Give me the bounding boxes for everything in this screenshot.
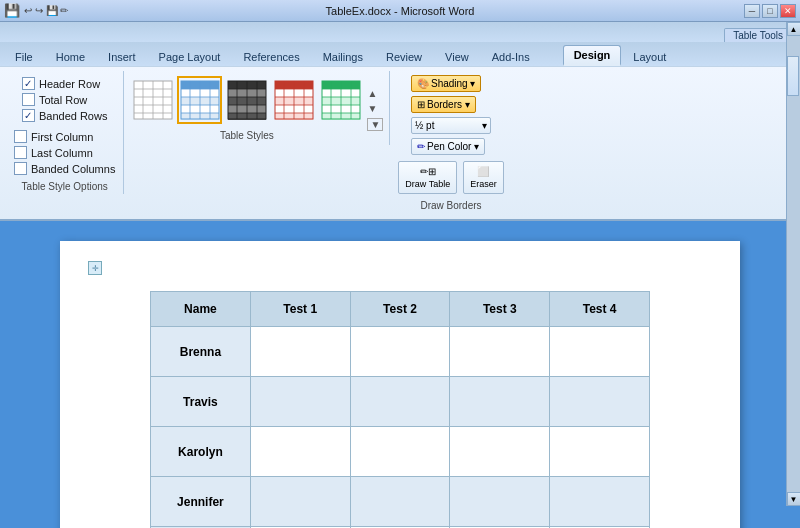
row2-test2[interactable] [350,377,450,427]
row4-test4[interactable] [550,477,650,527]
table-style-dark[interactable] [224,76,269,124]
banded-rows-checkbox-row[interactable]: ✓ Banded Rows [22,109,108,122]
table-style-options-group: ✓ Header Row Total Row ✓ Banded Rows [6,71,124,194]
total-row-checkbox-row[interactable]: Total Row [22,93,108,106]
row1-name[interactable]: Brenna [151,327,251,377]
col-header-test4[interactable]: Test 4 [550,292,650,327]
borders-button[interactable]: ⊞ Borders ▾ [411,96,476,113]
shading-button[interactable]: 🎨 Shading ▾ [411,75,481,92]
col-header-name[interactable]: Name [151,292,251,327]
pen-color-button[interactable]: ✏ Pen Color ▾ [411,138,485,155]
header-row-label: Header Row [39,78,100,90]
tab-page-layout[interactable]: Page Layout [148,47,232,66]
table-move-handle[interactable]: ✛ [88,261,102,275]
header-row-checkbox-row[interactable]: ✓ Header Row [22,77,108,90]
checkbox-group: ✓ Header Row Total Row ✓ Banded Rows [22,73,108,126]
title-bar-controls: ─ □ ✕ [744,4,796,18]
tab-bar: File Home Insert Page Layout References … [0,42,800,66]
group3-label: Draw Borders [420,198,481,211]
row3-test3[interactable] [450,427,550,477]
row4-test2[interactable] [350,477,450,527]
tab-view[interactable]: View [434,47,480,66]
maximize-button[interactable]: □ [762,4,778,18]
row2-test3[interactable] [450,377,550,427]
title-bar: 💾 ↩ ↪ 💾 ✏ TableEx.docx - Microsoft Word … [0,0,800,22]
draw-table-icon: ✏⊞ [420,166,436,177]
row1-test2[interactable] [350,327,450,377]
row3-name[interactable]: Karolyn [151,427,251,477]
table-row: Travis [151,377,650,427]
first-column-checkbox-row[interactable]: First Column [14,130,115,143]
last-column-checkbox[interactable] [14,146,27,159]
shading-label: Shading ▾ [431,78,475,89]
scroll-thumb[interactable] [787,56,799,96]
close-button[interactable]: ✕ [780,4,796,18]
row1-test4[interactable] [550,327,650,377]
table-style-plain[interactable] [130,76,175,124]
eraser-button[interactable]: ⬜ Eraser [463,161,504,194]
tab-insert[interactable]: Insert [97,47,147,66]
first-column-checkbox[interactable] [14,130,27,143]
tab-home[interactable]: Home [45,47,96,66]
col-header-test3[interactable]: Test 3 [450,292,550,327]
eraser-icon: ⬜ [477,166,489,177]
borders-icon: ⊞ [417,99,425,110]
row2-name[interactable]: Travis [151,377,251,427]
tab-design[interactable]: Design [563,45,622,66]
table-style-green[interactable] [318,76,363,124]
tab-review[interactable]: Review [375,47,433,66]
word-table: Name Test 1 Test 2 Test 3 Test 4 Brenna [150,291,650,528]
title-bar-title: TableEx.docx - Microsoft Word [326,5,475,17]
line-weight-selector[interactable]: ½ pt ▾ [411,117,491,134]
ribbon-content: ✓ Header Row Total Row ✓ Banded Rows [0,66,800,219]
word-icon: 💾 [4,3,20,18]
page: ✛ Name Test 1 Test 2 Test 3 Test 4 Brenn… [60,241,740,528]
pen-color-label: Pen Color ▾ [427,141,479,152]
banded-columns-checkbox-row[interactable]: Banded Columns [14,162,115,175]
line-weight-value: ½ pt [415,120,434,131]
table-style-blue-banded[interactable] [177,76,222,124]
table-style-red[interactable] [271,76,316,124]
tab-references[interactable]: References [232,47,310,66]
col-header-test1[interactable]: Test 1 [250,292,350,327]
group1-label: Table Style Options [22,179,108,192]
ribbon: Table Tools File Home Insert Page Layout… [0,22,800,221]
row3-test2[interactable] [350,427,450,477]
row2-test1[interactable] [250,377,350,427]
banded-columns-checkbox[interactable] [14,162,27,175]
table-tools-label: Table Tools [724,28,792,42]
row1-test3[interactable] [450,327,550,377]
draw-table-button[interactable]: ✏⊞ Draw Table [398,161,457,194]
row2-test4[interactable] [550,377,650,427]
draw-table-label: Draw Table [405,179,450,189]
row3-test4[interactable] [550,427,650,477]
row3-test1[interactable] [250,427,350,477]
table-styles-group: Table Styles ▲ ▼ ▼ [124,71,390,145]
header-row-checkbox[interactable]: ✓ [22,77,35,90]
eraser-label: Eraser [470,179,497,189]
row4-name[interactable]: Jennifer [151,477,251,527]
last-column-checkbox-row[interactable]: Last Column [14,146,115,159]
banded-columns-label: Banded Columns [31,163,115,175]
title-bar-left: 💾 ↩ ↪ 💾 ✏ [4,3,68,18]
tab-mailings[interactable]: Mailings [312,47,374,66]
last-column-label: Last Column [31,147,93,159]
tab-add-ins[interactable]: Add-Ins [481,47,541,66]
tab-file[interactable]: File [4,47,44,66]
banded-rows-checkbox[interactable]: ✓ [22,109,35,122]
pen-color-icon: ✏ [417,141,425,152]
scroll-down-button[interactable]: ▼ [787,492,801,506]
scroll-track[interactable] [787,36,800,492]
scroll-up-button[interactable]: ▲ [787,22,801,36]
col-header-test2[interactable]: Test 2 [350,292,450,327]
minimize-button[interactable]: ─ [744,4,760,18]
table-row: Brenna [151,327,650,377]
borders-label: Borders ▾ [427,99,470,110]
tab-layout[interactable]: Layout [622,47,677,66]
row4-test1[interactable] [250,477,350,527]
total-row-checkbox[interactable] [22,93,35,106]
draw-borders-group: 🎨 Shading ▾ ⊞ Borders ▾ ½ pt ▾ [390,71,511,215]
row4-test3[interactable] [450,477,550,527]
quick-access: ↩ ↪ 💾 ✏ [24,5,68,16]
row1-test1[interactable] [250,327,350,377]
